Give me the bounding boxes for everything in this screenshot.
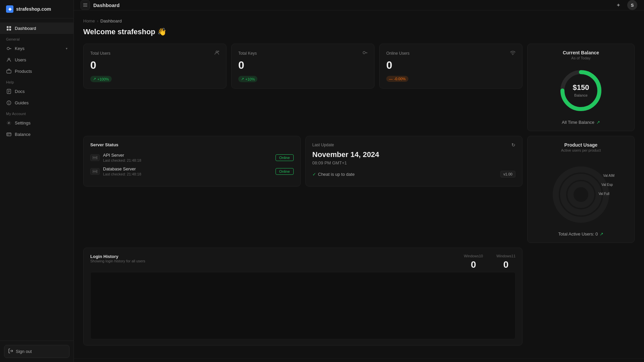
sidebar-item-label: Keys — [15, 46, 24, 51]
val-esp-label: Val Esp — [601, 183, 613, 187]
sidebar-item-products[interactable]: Products — [0, 65, 73, 77]
update-title: Last Update — [312, 143, 334, 147]
online-users-badge: — -0.00% — [386, 76, 408, 82]
dashboard-icon — [6, 25, 11, 31]
windows11-stat: Windows11 0 — [496, 254, 515, 270]
product-usage-chart: Val AIM Val Esp Val Full — [551, 164, 611, 225]
trend-up-icon: ↗ — [241, 77, 244, 81]
svg-rect-2 — [7, 29, 9, 31]
keys-icon — [6, 46, 11, 51]
windows11-label: Windows11 — [496, 254, 515, 258]
breadcrumb-separator: › — [97, 18, 98, 23]
login-stats: Windows10 0 Windows11 0 — [464, 254, 515, 270]
sidebar-item-guides[interactable]: Guides — [0, 97, 73, 108]
total-users-label: Total Users — [90, 50, 219, 56]
sidebar-item-keys[interactable]: Keys ▾ — [0, 43, 73, 54]
svg-rect-1 — [9, 26, 11, 28]
sidebar-item-settings[interactable]: Settings — [0, 117, 73, 128]
api-server-last-check: Last checked: 21:48:18 — [103, 158, 272, 162]
database-server-row: Database Server Last checked: 21:48:18 O… — [90, 166, 294, 176]
version-badge: v1.00 — [500, 171, 515, 177]
api-server-row: API Server Last checked: 21:48:18 Online — [90, 153, 294, 162]
total-keys-card: Total Keys 0 ↗ +10% — [231, 44, 375, 89]
server-status-title: Server Status — [90, 142, 294, 147]
server-icon — [90, 154, 100, 161]
windows10-value: 0 — [464, 259, 483, 270]
guides-icon — [6, 100, 11, 105]
database-server-name: Database Server — [103, 166, 272, 171]
server-status-card: Server Status API Server Last checked: — [83, 136, 301, 187]
windows11-value: 0 — [496, 259, 515, 270]
update-date: November 14, 2024 — [312, 150, 516, 159]
sidebar-item-dashboard[interactable]: Dashboard — [0, 22, 73, 34]
sidebar-item-users[interactable]: Users — [0, 54, 73, 65]
topbar-title: Dashboard — [93, 2, 119, 8]
total-keys-value: 0 — [238, 59, 367, 71]
sidebar-item-label: Settings — [15, 120, 31, 125]
theme-toggle-button[interactable]: ✦ — [613, 0, 623, 10]
svg-rect-3 — [9, 29, 11, 31]
database-icon — [90, 168, 100, 175]
topbar-right: ✦ S — [613, 0, 637, 10]
balance-donut-chart: $150 Balance — [556, 65, 606, 116]
products-icon — [6, 68, 11, 74]
trend-down-icon: — — [389, 77, 393, 81]
all-time-trend-icon: ↗ — [596, 120, 600, 125]
database-server-status: Online — [276, 168, 294, 175]
svg-rect-17 — [7, 133, 11, 136]
balance-card-subtitle: As of Today — [571, 56, 590, 60]
login-history-card: Login History Showing login history for … — [83, 248, 523, 346]
wifi-icon — [510, 50, 515, 56]
windows10-stat: Windows10 0 — [464, 254, 483, 270]
api-server-info: API Server Last checked: 21:48:18 — [103, 153, 272, 162]
welcome-emoji: 👋 — [157, 28, 166, 36]
sign-out-label: Sign out — [16, 349, 32, 354]
main-content: Dashboard ✦ S Home › Dashboard Welcome s… — [74, 0, 644, 362]
database-server-info: Database Server Last checked: 21:48:18 — [103, 166, 272, 176]
keys-stat-icon — [362, 50, 367, 56]
svg-point-16 — [8, 122, 9, 123]
sign-out-button[interactable]: Sign out — [4, 345, 69, 358]
breadcrumb-current: Dashboard — [100, 18, 122, 23]
sidebar-logo: ◈ strafeshop.com — [0, 0, 73, 18]
section-label-help: Help — [0, 77, 73, 86]
svg-point-39 — [96, 170, 97, 170]
update-header: Last Update ↻ — [312, 142, 516, 148]
page-content: Home › Dashboard Welcome strafeshop 👋 To… — [74, 10, 644, 358]
avatar[interactable]: S — [627, 0, 637, 10]
sidebar-item-label: Balance — [15, 132, 31, 137]
breadcrumb: Home › Dashboard — [83, 18, 635, 23]
page-title: Welcome strafeshop 👋 — [83, 28, 635, 36]
sidebar-item-docs[interactable]: Docs — [0, 86, 73, 97]
svg-rect-19 — [7, 135, 8, 135]
sidebar-nav: Dashboard General Keys ▾ — [0, 18, 73, 341]
svg-point-26 — [363, 52, 365, 54]
users-icon — [6, 57, 11, 62]
total-keys-badge: ↗ +10% — [238, 76, 257, 82]
sidebar-item-label: Docs — [15, 89, 25, 94]
sidebar-bottom: Sign out — [0, 341, 73, 362]
product-usage-card: Product Usage Active users per product — [527, 136, 635, 243]
stats-grid: Total Users 0 ↗ +100% — [83, 44, 635, 131]
total-keys-label: Total Keys — [238, 50, 367, 56]
section-label-general: General — [0, 34, 73, 43]
sidebar-item-label: Guides — [15, 100, 29, 105]
sidebar-item-label: Products — [15, 69, 32, 74]
trend-up-icon: ↗ — [93, 77, 96, 81]
login-subtitle: Showing login history for all users — [90, 259, 145, 263]
product-usage-title: Product Usage — [534, 142, 628, 148]
sidebar-item-balance[interactable]: Balance — [0, 128, 73, 140]
donut-amount: $150 — [573, 83, 589, 92]
sidebar: ◈ strafeshop.com Dashboard General — [0, 0, 74, 362]
svg-point-4 — [7, 47, 9, 50]
sidebar-item-label: Dashboard — [15, 26, 36, 31]
svg-point-35 — [96, 156, 97, 157]
topbar: Dashboard ✦ S — [74, 0, 644, 10]
refresh-icon[interactable]: ↻ — [511, 142, 515, 148]
api-server-name: API Server — [103, 153, 272, 158]
svg-point-30 — [512, 55, 513, 55]
svg-point-36 — [96, 158, 97, 159]
cheat-status-text: ✓ Cheat is up to date — [312, 172, 355, 177]
sidebar-collapse-button[interactable] — [81, 0, 90, 10]
breadcrumb-home[interactable]: Home — [83, 18, 95, 23]
